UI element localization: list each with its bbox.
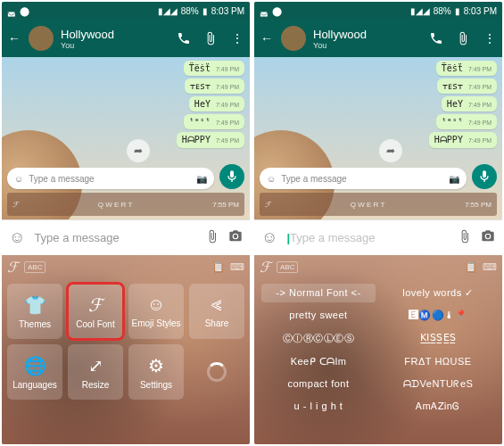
chat-title[interactable]: Hollywood You	[61, 28, 169, 50]
chromecast-icon: ◛	[7, 6, 16, 16]
font-logo-icon[interactable]: ℱ	[7, 259, 19, 276]
font-option[interactable]: K̲I̲S̲S̲E̲S̲	[381, 328, 495, 349]
keyboard-icon[interactable]: ⌨	[230, 261, 244, 273]
keyboard-toolbar: ℱ ABC 📋 ⌨	[2, 255, 250, 278]
app-icon: ⬤	[20, 6, 29, 16]
chat-header: ← Hollywood You ⋮	[254, 20, 502, 57]
keyboard-icon[interactable]: ⌨	[483, 261, 497, 273]
themes-button[interactable]: 👕Themes	[7, 284, 62, 339]
message-bubble[interactable]: T̈ëṡẗ7:49 PM	[184, 61, 244, 76]
font-option[interactable]: pretty sweet	[261, 306, 376, 325]
font-option[interactable]: Keeᑭ ᑕᗩlm	[261, 352, 376, 371]
emoji-button[interactable]: ☺	[9, 228, 25, 247]
battery-text: 88%	[181, 6, 199, 16]
attachment-icon[interactable]	[205, 229, 219, 247]
languages-button[interactable]: 🌐Languages	[7, 344, 62, 400]
back-icon[interactable]: ←	[7, 31, 21, 45]
avatar[interactable]	[281, 26, 306, 51]
gear-icon: ⚙	[148, 355, 164, 376]
abc-tab[interactable]: ABC	[24, 261, 45, 273]
camera-icon[interactable]: 📷	[196, 174, 207, 184]
mic-button[interactable]	[219, 164, 244, 189]
font-list: -> Normal Font <- lovely words ✓ pretty …	[254, 278, 502, 421]
back-icon[interactable]: ←	[260, 31, 274, 45]
camera-button[interactable]	[481, 229, 495, 247]
font-option[interactable]: ᗩᗪVeNTUᖇeS	[381, 375, 495, 393]
share-button[interactable]: ⪡Share	[189, 284, 244, 339]
keyboard-panel: ℱ ABC 📋 ⌨ 👕Themes ℱCool Font ☺Emoji Styl…	[2, 255, 250, 444]
font-option[interactable]: u - l i g h t	[261, 397, 376, 416]
status-bar: ◛ ⬤ ▮◢◢ 88% ▮ 8:03 PM	[2, 2, 250, 20]
emoji-button[interactable]: ☺	[261, 228, 277, 247]
abc-tab[interactable]: ABC	[277, 261, 298, 273]
message-bubble[interactable]: HᗩPPY7:49 PM	[429, 132, 497, 148]
font-option[interactable]: 🅴Ⓜ️🔵🌡📍	[381, 306, 495, 325]
camera-icon[interactable]: 📷	[449, 174, 459, 184]
battery-icon: ▮	[202, 6, 208, 16]
signal-icon: ▮◢◢	[158, 6, 178, 16]
message-bubble[interactable]: ᴛᴇsᴛ7:49 PM	[185, 78, 244, 94]
chromecast-icon: ◛	[260, 6, 269, 16]
globe-icon: 🌐	[24, 355, 46, 376]
font-option[interactable]: lovely words ✓	[381, 284, 495, 302]
signal-icon: ▮◢◢	[410, 6, 430, 16]
message-bubble[interactable]: ᵗᵉˢᵗ7:49 PM	[184, 114, 244, 129]
resize-icon: ⤢	[88, 355, 103, 376]
clipboard-icon[interactable]: 📋	[465, 261, 477, 273]
emoji-icon[interactable]: ☺	[267, 174, 276, 184]
chat-header: ← Hollywood You ⋮	[2, 20, 250, 57]
more-icon[interactable]: ⋮	[230, 31, 244, 45]
phone-right: ◛ ⬤ ▮◢◢ 88% ▮ 8:03 PM ← Hollywood You ⋮ …	[254, 2, 502, 444]
settings-button[interactable]: ⚙Settings	[128, 344, 184, 400]
forward-icon[interactable]: ➦	[127, 139, 150, 162]
message-bubble[interactable]: ᵗᵉˢᵗ7:49 PM	[436, 114, 497, 129]
clock-text: 8:03 PM	[211, 6, 244, 16]
preview-input[interactable]: ☺ Type a message 📷	[260, 168, 467, 189]
chat-title[interactable]: Hollywood You	[313, 28, 422, 50]
status-bar: ◛ ⬤ ▮◢◢ 88% ▮ 8:03 PM	[254, 2, 502, 20]
coolfont-button[interactable]: ℱCool Font	[68, 284, 123, 339]
tshirt-icon: 👕	[24, 294, 46, 316]
keyboard-preview: ℱ Q W E R T 7:55 PM	[7, 193, 244, 216]
mic-button[interactable]	[472, 164, 497, 189]
chat-area: T̈ëṡẗ7:49 PM ᴛᴇsᴛ7:49 PM HeY7:49 PM ᵗᵉˢᵗ…	[254, 57, 502, 219]
battery-text: 88%	[434, 6, 451, 16]
more-icon[interactable]: ⋮	[483, 31, 497, 45]
font-icon: ℱ	[88, 294, 103, 316]
clipboard-icon[interactable]: 📋	[212, 261, 225, 273]
font-option[interactable]: FRΔT HΩUSE	[381, 352, 495, 371]
call-icon[interactable]	[429, 31, 443, 45]
attach-icon[interactable]	[203, 31, 218, 45]
message-bubble[interactable]: HeY7:49 PM	[189, 96, 244, 112]
app-icon: ⬤	[272, 6, 282, 16]
font-option[interactable]: compact font	[261, 375, 376, 393]
font-logo-icon[interactable]: ℱ	[260, 259, 271, 276]
battery-icon: ▮	[455, 6, 460, 16]
loading-spinner	[189, 344, 244, 400]
font-option[interactable]: ⒸⒾⓇⒸⓁⒺⓈ	[261, 328, 376, 349]
message-input[interactable]: Type a message	[34, 231, 196, 244]
keyboard-panel: ℱ ABC 📋 ⌨ -> Normal Font <- lovely words…	[254, 255, 502, 444]
keyboard-toolbar: ℱ ABC 📋 ⌨	[254, 255, 502, 278]
share-icon: ⪡	[208, 294, 226, 315]
preview-input[interactable]: ☺ Type a message 📷	[7, 168, 214, 189]
font-option[interactable]: ᎪmᎪᏃᎥnᎶ	[381, 397, 495, 416]
message-bubble[interactable]: HᗩPPY7:49 PM	[177, 132, 244, 148]
chat-area: T̈ëṡẗ7:49 PM ᴛᴇsᴛ7:49 PM HeY7:49 PM ᵗᵉˢᵗ…	[2, 57, 250, 219]
phone-left: ◛ ⬤ ▮◢◢ 88% ▮ 8:03 PM ← Hollywood You ⋮ …	[2, 2, 250, 444]
call-icon[interactable]	[177, 31, 191, 45]
emojistyles-button[interactable]: ☺Emoji Styles	[128, 284, 184, 339]
avatar[interactable]	[29, 26, 54, 51]
resize-button[interactable]: ⤢Resize	[68, 344, 123, 400]
forward-icon[interactable]: ➦	[379, 139, 402, 162]
camera-button[interactable]	[228, 229, 243, 247]
font-option[interactable]: -> Normal Font <-	[261, 284, 376, 302]
message-bubble[interactable]: ᴛᴇsᴛ7:49 PM	[437, 78, 497, 94]
attach-icon[interactable]	[456, 31, 470, 45]
clock-text: 8:03 PM	[464, 6, 497, 16]
emoji-icon[interactable]: ☺	[14, 174, 23, 184]
attachment-icon[interactable]	[458, 229, 472, 247]
message-input[interactable]: |Type a message	[286, 231, 449, 244]
message-bubble[interactable]: HeY7:49 PM	[442, 96, 497, 112]
message-bubble[interactable]: T̈ëṡẗ7:49 PM	[436, 61, 497, 76]
